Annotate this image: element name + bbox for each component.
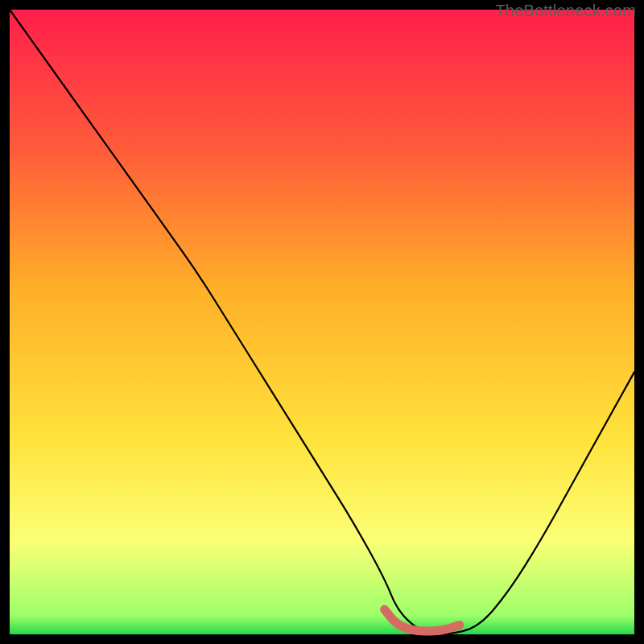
chart-svg bbox=[0, 0, 644, 644]
chart-container: TheBottleneck.com bbox=[0, 0, 644, 644]
watermark-text: TheBottleneck.com bbox=[495, 2, 636, 20]
